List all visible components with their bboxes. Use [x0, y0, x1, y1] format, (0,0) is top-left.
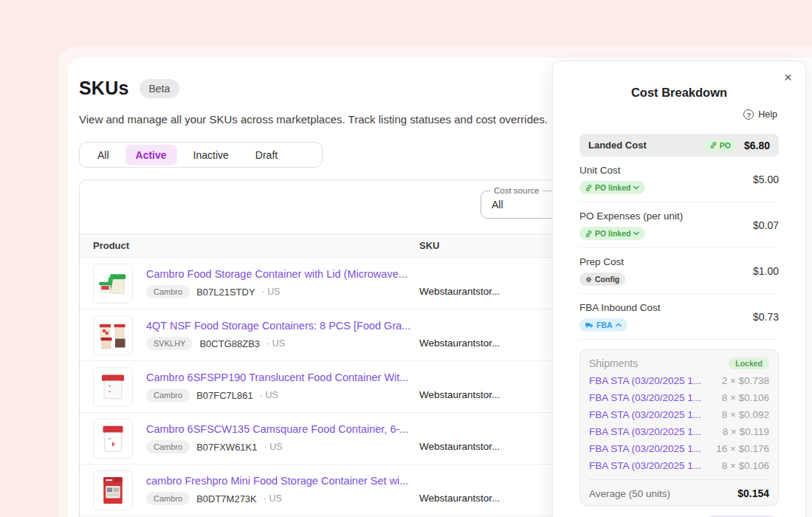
badge-label: FBA [596, 321, 613, 329]
help-icon: ? [743, 109, 754, 120]
shipment-row: FBA STA (03/20/2025 1... 8 × $0.106 [589, 460, 769, 471]
shipment-row: FBA STA (03/20/2025 1... 2 × $0.738 [589, 375, 769, 386]
sku-cell: Webstaurantstor... [419, 425, 500, 452]
cost-row-unit-cost: Unit Cost PO linked $5.00 [579, 157, 779, 202]
shipment-link[interactable]: FBA STA (03/20/2025 1... [589, 409, 701, 420]
product-thumbnail [93, 470, 133, 510]
badge-label: Config [595, 275, 619, 284]
tab-draft[interactable]: Draft [245, 145, 288, 165]
retail-box-image [95, 473, 131, 508]
po-linked-badge[interactable]: PO linked [579, 227, 645, 240]
camsquare-container-image [95, 421, 131, 456]
tab-all[interactable]: All [87, 145, 120, 165]
po-badge-label: PO [720, 141, 731, 150]
product-title-link[interactable]: cambro Freshpro Mini Food Storage Contai… [146, 475, 419, 487]
shipments-header: Shipments [589, 357, 638, 369]
cost-value: $5.00 [753, 174, 779, 185]
shipment-qty: 8 × $0.106 [722, 392, 769, 403]
sku-cell: Webstaurantstor... [419, 476, 500, 504]
product-title-link[interactable]: 4QT NSF Food Storage Containers: 8 PCS [… [146, 320, 419, 332]
tab-inactive[interactable]: Inactive [183, 145, 239, 165]
chevron-down-icon [633, 231, 639, 236]
shipment-qty: 8 × $0.106 [722, 460, 769, 471]
shipment-row: FBA STA (03/20/2025 1... 8 × $0.092 [589, 409, 769, 420]
marketplace-label: · US [260, 390, 278, 400]
badge-label: PO linked [595, 183, 630, 192]
brand-badge: Cambro [146, 440, 190, 453]
chevron-down-icon [633, 185, 639, 190]
product-title-link[interactable]: Cambro 6SFSCW135 Camsquare Food Containe… [146, 423, 419, 435]
marketplace-label: · US [262, 287, 281, 297]
asin-code: B07FXW61K1 [196, 442, 257, 453]
landed-cost-label: Landed Cost [588, 140, 704, 151]
asin-code: B07FC7L861 [196, 390, 253, 401]
fba-badge[interactable]: FBA [579, 318, 627, 332]
cost-label: Unit Cost [579, 165, 753, 176]
shipment-qty: 8 × $0.092 [722, 409, 769, 420]
cost-source-label: Cost source [490, 186, 543, 195]
brand-badge: Cambro [146, 492, 190, 505]
po-badge: PO [704, 140, 737, 151]
link-icon [710, 142, 717, 148]
landed-cost-value: $6.80 [744, 140, 770, 151]
tab-active[interactable]: Active [125, 145, 177, 165]
red-containers-image [95, 318, 131, 353]
sku-cell: Webstaurantstor... [419, 373, 500, 400]
cost-value: $0.07 [753, 219, 779, 231]
marketplace-label: · US [264, 442, 283, 452]
product-title-link[interactable]: Cambro 6SFSPP190 Translucent Food Contai… [146, 372, 419, 383]
help-link[interactable]: ? Help [553, 109, 777, 120]
landed-cost-row: Landed Cost PO $6.80 [579, 134, 779, 157]
page-title: SKUs [79, 78, 129, 99]
close-icon[interactable]: × [781, 67, 795, 87]
shipments-box: Shipments Locked FBA STA (03/20/2025 1..… [579, 349, 779, 506]
product-title-link[interactable]: Cambro Food Storage Container with Lid (… [146, 268, 419, 280]
chevron-up-icon [616, 323, 622, 327]
marketplace-label: · US [266, 338, 285, 349]
cost-label: PO Expenses (per unit) [579, 210, 753, 222]
shipment-qty: 16 × $0.176 [716, 443, 769, 454]
drawer-title: Cost Breakdown [553, 86, 805, 100]
product-thumbnail [93, 419, 133, 459]
brand-badge: Cambro [146, 285, 190, 298]
average-label: Average (50 units) [589, 488, 670, 499]
shipment-row: FBA STA (03/20/2025 1... 8 × $0.106 [589, 392, 769, 403]
shipment-row: FBA STA (03/20/2025 1... 8 × $0.119 [589, 426, 769, 437]
asin-code: B0DT7M273K [196, 493, 257, 504]
cost-value: $0.73 [753, 311, 779, 323]
brand-badge: SVKLHY [146, 337, 193, 350]
asin-code: B0CTG88ZB3 [199, 338, 260, 349]
cost-value: $1.00 [753, 265, 779, 277]
shipment-qty: 2 × $0.738 [722, 375, 769, 386]
cost-label: Prep Cost [579, 256, 753, 267]
sku-cell: Webstaurantstor... [419, 270, 500, 297]
badge-label: PO linked [595, 229, 630, 238]
shipment-qty: 8 × $0.119 [723, 426, 769, 437]
shipment-link[interactable]: FBA STA (03/20/2025 1... [589, 392, 701, 403]
help-label: Help [758, 109, 777, 120]
link-icon [585, 185, 592, 191]
average-value: $0.154 [737, 487, 769, 499]
link-icon [585, 230, 592, 237]
cost-breakdown-drawer: × Cost Breakdown ? Help Landed Cost PO $… [552, 61, 806, 517]
sku-cell: Webstaurantstor... [419, 321, 500, 349]
config-badge[interactable]: Config [579, 273, 625, 286]
po-linked-badge[interactable]: PO linked [579, 181, 645, 194]
locked-badge: Locked [729, 357, 769, 369]
green-containers-image [95, 266, 131, 301]
cost-row-fba-inbound: FBA Inbound Cost FBA $0.73 [579, 294, 779, 340]
column-header-sku: SKU [419, 240, 439, 251]
beta-badge: Beta [140, 79, 180, 98]
shipment-link[interactable]: FBA STA (03/20/2025 1... [589, 426, 701, 437]
column-header-product: Product [80, 240, 419, 251]
asin-code: B07L21STDY [196, 287, 255, 298]
shipment-link[interactable]: FBA STA (03/20/2025 1... [589, 375, 701, 386]
shipment-link[interactable]: FBA STA (03/20/2025 1... [589, 460, 701, 471]
cost-label: FBA Inbound Cost [579, 302, 753, 313]
cost-row-po-expenses: PO Expenses (per unit) PO linked $0.07 [579, 202, 779, 248]
status-tabs: All Active Inactive Draft [79, 142, 323, 168]
product-thumbnail [93, 315, 133, 355]
shipment-row: FBA STA (03/20/2025 1... 16 × $0.176 [589, 443, 769, 454]
shipment-link[interactable]: FBA STA (03/20/2025 1... [589, 443, 701, 454]
product-thumbnail [93, 367, 133, 407]
